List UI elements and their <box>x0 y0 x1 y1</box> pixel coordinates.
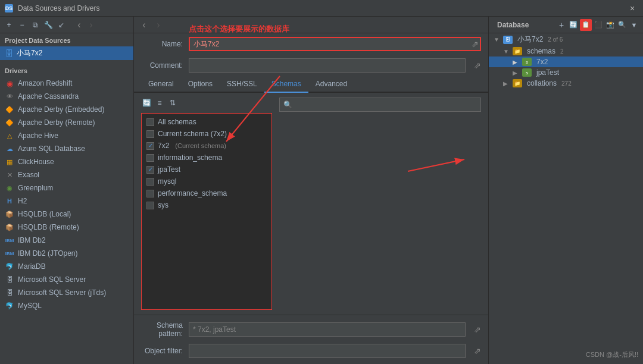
driver-item-apache-hive[interactable]: △ Apache Hive <box>0 129 133 142</box>
schemas-refresh-button[interactable]: 🔄 <box>141 98 152 108</box>
schema-checkbox-jpatest[interactable] <box>146 166 154 174</box>
tree-item-schemas[interactable]: ▼ 📁 schemas 2 <box>489 46 643 57</box>
schemas-sort-button[interactable]: ⇅ <box>167 98 178 108</box>
schemas-toolbar: 🔄 ≡ ⇅ <box>141 98 272 108</box>
schema-checkbox-all[interactable] <box>146 118 154 126</box>
driver-name: Apache Cassandra <box>18 92 79 101</box>
driver-item-h2[interactable]: H H2 <box>0 194 133 208</box>
schema-checkbox-mysql[interactable] <box>146 178 154 186</box>
object-filter-label: Object filter: <box>141 347 183 355</box>
project-datasource-name: 小马7x2 <box>17 48 42 58</box>
driver-item-mssql[interactable]: 🗄 Microsoft SQL Server <box>0 273 133 286</box>
db-filter-button[interactable]: ▼ <box>629 20 639 30</box>
driver-item-azure-sql[interactable]: ☁ Azure SQL Database <box>0 142 133 155</box>
remove-button[interactable]: − <box>17 20 27 30</box>
comment-input[interactable] <box>189 58 466 73</box>
tab-options[interactable]: Options <box>181 76 220 93</box>
nav-back-button[interactable]: ‹ <box>74 20 85 30</box>
comment-expand-icon[interactable]: ⇗ <box>474 61 481 70</box>
driver-item-mariadb[interactable]: 🐬 MariaDB <box>0 260 133 273</box>
schema-search-input[interactable] <box>292 101 477 109</box>
center-forward-button[interactable]: › <box>153 20 164 30</box>
left-toolbar: + − ⧉ 🔧 ↙ ‹ › <box>0 17 133 33</box>
driver-item-hsqldb-remote[interactable]: 📦 HSQLDB (Remote) <box>0 221 133 234</box>
schema-pattern-input[interactable] <box>189 322 466 337</box>
csdn-watermark: CSDN @战-后风!! <box>586 350 638 359</box>
driver-item-apache-cassandra[interactable]: 👁 Apache Cassandra <box>0 90 133 103</box>
duplicate-button[interactable]: ⧉ <box>30 20 40 30</box>
tab-general[interactable]: General <box>141 76 181 93</box>
schema-checkbox-7x2[interactable] <box>146 142 154 150</box>
db-stop-button[interactable]: ⬛ <box>593 20 604 30</box>
driver-name: Amazon Redshift <box>18 79 72 87</box>
object-filter-input[interactable] <box>189 344 466 358</box>
driver-item-clickhouse[interactable]: ▦ ClickHouse <box>0 155 133 168</box>
db-snapshot-button[interactable]: 📸 <box>605 20 616 30</box>
settings-button[interactable]: 🔧 <box>43 20 54 30</box>
project-datasource-item[interactable]: 🗄 小马7x2 <box>0 46 133 60</box>
driver-item-mysql[interactable]: 🐬 MySQL <box>0 299 133 312</box>
driver-item-mssql-jtds[interactable]: 🗄 Microsoft SQL Server (jTds) <box>0 286 133 299</box>
nav-forward-button[interactable]: › <box>86 20 96 30</box>
tab-sshssl[interactable]: SSH/SSL <box>220 76 264 93</box>
schema-pattern-expand-icon[interactable]: ⇗ <box>474 325 481 334</box>
mariadb-icon: 🐬 <box>5 262 14 271</box>
center-back-button[interactable]: ‹ <box>139 20 149 30</box>
schema-item-jpatest[interactable]: jpaTest <box>142 164 271 175</box>
db-add-button[interactable]: + <box>556 20 567 30</box>
schema-search-box[interactable]: 🔍 <box>279 98 481 112</box>
schema-checkbox-current[interactable] <box>146 130 154 138</box>
schemas-menu-button[interactable]: ≡ <box>154 98 165 108</box>
schema-item-performance[interactable]: performance_schema <box>142 187 271 199</box>
driver-item-greenplum[interactable]: ◉ Greenplum <box>0 181 133 194</box>
driver-item-ibm-db2-jtopen[interactable]: IBM IBM Db2 (JTOpen) <box>0 247 133 260</box>
import-button[interactable]: ↙ <box>56 20 67 30</box>
tree-item-jpatest[interactable]: ▶ s jpaTest <box>489 67 643 78</box>
schema-item-info[interactable]: information_schema <box>142 152 271 164</box>
schema-item-current[interactable]: Current schema (7x2) <box>142 128 271 140</box>
schema-item-mysql[interactable]: mysql <box>142 175 271 187</box>
object-filter-expand-icon[interactable]: ⇗ <box>474 346 481 356</box>
driver-name: IBM Db2 (JTOpen) <box>18 249 77 258</box>
driver-item-amazon-redshift[interactable]: ◉ Amazon Redshift <box>0 77 133 90</box>
name-input[interactable] <box>189 37 481 51</box>
datasource-icon: 🗄 <box>5 49 13 58</box>
tree-item-collations[interactable]: ▶ 📁 collations 272 <box>489 78 643 89</box>
db-refresh-button[interactable]: 🔄 <box>568 20 579 30</box>
tree-arrow-root: ▼ <box>494 36 501 43</box>
schema-checkbox-sys[interactable] <box>146 202 154 209</box>
driver-name: MariaDB <box>18 262 46 271</box>
bottom-form: Schema pattern: ⇗ Object filter: ⇗ <box>134 315 488 364</box>
tab-schemas[interactable]: Schemas <box>264 76 308 93</box>
schema-item-all[interactable]: All schemas <box>142 116 271 128</box>
drivers-section: Drivers ◉ Amazon Redshift 👁 Apache Cassa… <box>0 65 133 364</box>
close-button[interactable]: × <box>626 2 638 14</box>
tree-arrow-7x2: ▶ <box>513 59 520 65</box>
schemas-content: 🔄 ≡ ⇅ All schemas Current schema <box>134 93 488 315</box>
window-title: Data Sources and Drivers <box>18 4 99 12</box>
tree-arrow-collations: ▶ <box>503 80 510 87</box>
driver-item-ibm-db2[interactable]: IBM IBM Db2 <box>0 234 133 247</box>
driver-name: Exasol <box>18 171 39 179</box>
driver-item-apache-derby-remote[interactable]: 🔶 Apache Derby (Remote) <box>0 116 133 129</box>
schema-checkbox-performance[interactable] <box>146 190 154 197</box>
tree-item-root[interactable]: ▼ 🗄 小马7x2 2 of 6 <box>489 33 643 46</box>
name-expand-icon[interactable]: ⇗ <box>472 39 479 49</box>
comment-row: Comment: ⇗ <box>134 55 488 76</box>
schema-checkbox-info[interactable] <box>146 154 154 162</box>
tree-item-7x2[interactable]: ▶ s 7x2 <box>489 57 643 67</box>
driver-item-exasol[interactable]: ✕ Exasol <box>0 168 133 181</box>
driver-item-apache-derby-embedded[interactable]: 🔶 Apache Derby (Embedded) <box>0 103 133 116</box>
tree-label-collations: collations <box>527 79 557 87</box>
db-search-button[interactable]: 🔍 <box>617 20 628 30</box>
add-button[interactable]: + <box>4 20 14 30</box>
window-icon: DS <box>5 4 13 12</box>
db-highlighted-button[interactable]: 📋 <box>580 19 592 31</box>
tree-label-root: 小马7x2 <box>517 34 543 45</box>
tab-advanced[interactable]: Advanced <box>308 76 354 93</box>
clickhouse-icon: ▦ <box>5 157 14 167</box>
driver-item-hsqldb-local[interactable]: 📦 HSQLDB (Local) <box>0 208 133 221</box>
schema-item-sys[interactable]: sys <box>142 199 271 211</box>
schema-item-7x2[interactable]: 7x2 (Current schema) <box>142 140 271 152</box>
apache-cassandra-icon: 👁 <box>5 92 14 101</box>
